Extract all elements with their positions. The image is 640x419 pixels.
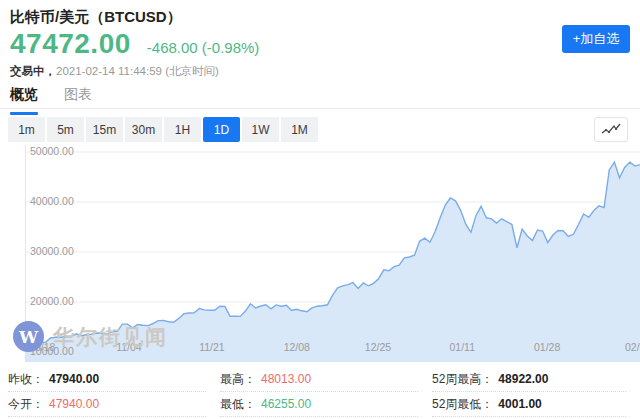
- stat-label: 最高：: [220, 371, 256, 388]
- range-button-1m[interactable]: 1m: [8, 117, 45, 142]
- stat-label: 昨收：: [8, 371, 44, 388]
- price-change: -468.00 (-0.98%): [147, 39, 260, 56]
- stat-cell: 今开：47940.00: [8, 392, 206, 417]
- stat-label: 最低：: [220, 396, 256, 413]
- stat-value: 48922.00: [498, 372, 548, 386]
- add-watchlist-button[interactable]: +加自选: [562, 25, 630, 53]
- stat-value: 4001.00: [498, 397, 541, 411]
- range-button-15m[interactable]: 15m: [86, 117, 123, 142]
- quote-timestamp: 2021-02-14 11:44:59 (北京时间): [56, 65, 219, 77]
- range-button-5m[interactable]: 5m: [47, 117, 84, 142]
- quote-stats-table: 昨收：47940.00最高：48013.0052周最高：48922.00今开：4…: [0, 367, 640, 417]
- stat-label: 今开：: [8, 396, 44, 413]
- chart-style-button[interactable]: [594, 117, 628, 142]
- area-chart-canvas: [25, 145, 640, 362]
- stat-value: 47940.00: [49, 372, 99, 386]
- time-range-bar: 1m5m15m30m1H1D1W1M: [8, 117, 318, 142]
- range-button-1W[interactable]: 1W: [242, 117, 279, 142]
- trading-status-label: 交易中，: [10, 65, 56, 77]
- line-chart-icon: [601, 123, 621, 137]
- stat-value: 47940.00: [49, 397, 99, 411]
- range-button-1H[interactable]: 1H: [164, 117, 201, 142]
- tab-1[interactable]: 图表: [64, 86, 92, 108]
- stat-cell: 最高：48013.00: [220, 367, 418, 392]
- price-chart[interactable]: 50000.0040000.0030000.0020000.0010000.00…: [25, 145, 640, 362]
- price-row: 47472.00 -468.00 (-0.98%): [10, 28, 259, 60]
- stat-label: 52周最高：: [432, 371, 493, 388]
- stat-value: 48013.00: [261, 372, 311, 386]
- stat-cell: 52周最低：4001.00: [432, 392, 626, 417]
- range-button-1M[interactable]: 1M: [281, 117, 318, 142]
- stat-value: 46255.00: [261, 397, 311, 411]
- view-tabs: 概览图表: [0, 86, 640, 109]
- instrument-title: 比特币/美元（BTCUSD）: [10, 8, 182, 27]
- stat-cell: 52周最高：48922.00: [432, 367, 626, 392]
- stat-label: 52周最低：: [432, 396, 493, 413]
- last-price: 47472.00: [10, 28, 131, 60]
- range-button-30m[interactable]: 30m: [125, 117, 162, 142]
- stat-cell: 最低：46255.00: [220, 392, 418, 417]
- stats-row-0: 昨收：47940.00最高：48013.0052周最高：48922.00: [0, 367, 640, 392]
- stats-row-1: 今开：47940.00最低：46255.0052周最低：4001.00: [0, 392, 640, 417]
- btcusd-quote-page: 比特币/美元（BTCUSD） 47472.00 -468.00 (-0.98%)…: [0, 0, 640, 419]
- price-area-fill: [25, 162, 640, 362]
- range-button-1D[interactable]: 1D: [203, 117, 240, 142]
- tab-0[interactable]: 概览: [10, 86, 38, 108]
- market-status: 交易中，2021-02-14 11:44:59 (北京时间): [10, 64, 219, 79]
- stat-cell: 昨收：47940.00: [8, 367, 206, 392]
